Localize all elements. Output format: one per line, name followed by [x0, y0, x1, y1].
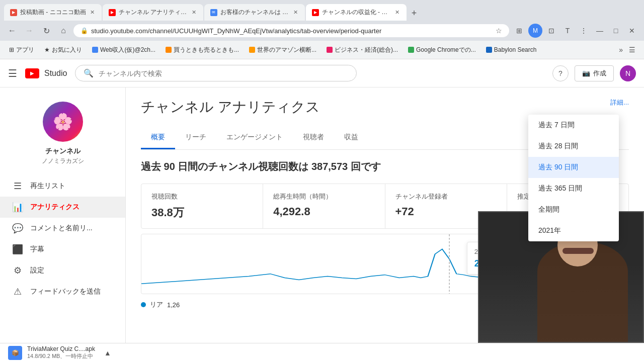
tab-gmail[interactable]: ✉ お客様のチャンネルは YouTube パー... ✕ — [204, 4, 305, 21]
favorites-icon: ★ — [44, 46, 50, 53]
bookmark-buy-sell[interactable]: 買うときも売るときも... — [162, 44, 243, 56]
translate-icon[interactable]: T — [560, 24, 575, 38]
bookmark-amazon[interactable]: 世界のアマゾン横断... — [245, 44, 320, 56]
bookmarks-overflow-button[interactable]: » — [619, 46, 623, 54]
create-button[interactable]: 📷 作成 — [575, 65, 614, 81]
metric-watchtime-label: 総再生時間（時間） — [273, 192, 374, 201]
search-box[interactable]: 🔍 — [75, 65, 357, 81]
yt-logo-icon — [25, 68, 39, 78]
dropdown-item-90days[interactable]: 過去 90 日間 — [528, 157, 619, 178]
reading-list-icon[interactable]: ☰ — [625, 43, 639, 57]
sidebar-label-comments: コメントと名前リ... — [30, 224, 93, 233]
more-icon[interactable]: ⋮ — [577, 24, 591, 38]
back-button[interactable]: ← — [5, 24, 19, 38]
metric-views-label: 視聴回数 — [151, 192, 253, 201]
tab-title-gmail: お客様のチャンネルは YouTube パー... — [220, 8, 289, 17]
dropdown-item-365days[interactable]: 過去 365 日間 — [528, 178, 619, 199]
minimize-button[interactable]: — — [593, 24, 607, 38]
search-icon: 🔍 — [84, 68, 94, 78]
yt-logo-text: Studio — [44, 69, 67, 77]
tab-reach[interactable]: リーチ — [175, 127, 216, 149]
metric-subscribers-label: チャンネル登録者 — [395, 192, 497, 201]
tab-title-niconico: 投稿動画 - ニコニコ動画 — [20, 8, 86, 17]
sidebar-label-analytics: アナリティクス — [30, 203, 79, 212]
omnibox-bar: ← → ↻ ⌂ 🔒 studio.youtube.com/channel/UCU… — [0, 21, 644, 41]
page-title: チャンネル アナリティクス — [141, 98, 629, 117]
download-bar: 📦 TriviaMaker Quiz C....apk 14.8/90.2 MB… — [0, 343, 644, 362]
tab-audience[interactable]: 視聴者 — [293, 127, 334, 149]
bookmarks-bar: ⊞ アプリ ★ お気に入り Web収入(仮)@2ch... 買うときも売るときも… — [0, 41, 644, 59]
search-input[interactable] — [99, 69, 348, 77]
help-button[interactable]: ? — [552, 65, 569, 81]
reach-label: リア — [150, 300, 163, 309]
new-tab-button[interactable]: + — [408, 6, 421, 21]
comments-icon: 💬 — [12, 223, 23, 234]
profile-icon[interactable]: M — [528, 24, 542, 38]
channel-info: 🌸 チャンネル ノノミラカズシ — [0, 92, 125, 175]
tab-close-studio[interactable]: ✕ — [394, 8, 400, 17]
tab-close-youtube2[interactable]: ✕ — [191, 8, 197, 17]
yt-header: ☰ Studio 🔍 ? 📷 作成 N — [0, 59, 644, 87]
dropdown-item-all-time[interactable]: 全期間 — [528, 199, 619, 220]
download-file-icon: 📦 — [12, 349, 19, 356]
metric-watchtime: 総再生時間（時間） 4,292.8 — [263, 184, 385, 228]
download-expand-button[interactable]: ▲ — [104, 349, 111, 357]
bookmark-business[interactable]: ビジネス・経済(総合)... — [323, 44, 402, 56]
bookmark-web-income[interactable]: Web収入(仮)@2ch... — [88, 44, 159, 56]
playlists-icon: ☰ — [12, 180, 23, 192]
tab-youtube-analytics[interactable]: ▶ チャンネル アナリティクス - YouTube ✕ — [103, 4, 203, 21]
maximize-button[interactable]: □ — [609, 24, 623, 38]
tab-revenue[interactable]: 収益 — [334, 127, 368, 149]
bookmark-chrome-icon — [408, 47, 414, 53]
bookmark-babylon-icon — [486, 47, 492, 53]
tab-favicon-gmail: ✉ — [210, 9, 217, 16]
sidebar-item-playlists[interactable]: ☰ 再生リスト — [0, 175, 125, 197]
bookmark-google-chrome[interactable]: Google Chromeでの... — [404, 44, 480, 56]
user-avatar[interactable]: N — [620, 65, 636, 81]
bookmark-favorites[interactable]: ★ お気に入り — [40, 44, 86, 56]
sidebar-item-analytics[interactable]: 📊 アナリティクス — [0, 197, 125, 218]
download-filename: TriviaMaker Quiz C....apk — [27, 345, 95, 352]
dropdown-item-7days[interactable]: 過去 7 日間 — [528, 115, 619, 136]
home-button[interactable]: ⌂ — [56, 24, 70, 38]
bookmark-web-income-label: Web収入(仮)@2ch... — [100, 46, 155, 54]
sidebar-item-settings[interactable]: ⚙ 設定 — [0, 260, 125, 281]
bookmark-babylon[interactable]: Babylon Search — [482, 45, 541, 55]
forward-button[interactable]: → — [22, 24, 36, 38]
dropdown-item-28days[interactable]: 過去 28 日間 — [528, 136, 619, 157]
sidebar-item-subtitles[interactable]: ⬛ 字幕 — [0, 239, 125, 260]
tab-close-gmail[interactable]: ✕ — [292, 8, 299, 17]
address-bar[interactable]: 🔒 studio.youtube.com/channel/UCUUHgWIT_D… — [73, 24, 509, 37]
bookmark-buy-sell-label: 買うときも売るときも... — [174, 46, 239, 54]
channel-name: チャンネル — [45, 147, 80, 156]
tab-engagement[interactable]: エンゲージメント — [216, 127, 293, 149]
sidebar-item-feedback[interactable]: ⚠ フィードバックを送信 — [0, 281, 125, 302]
hamburger-menu[interactable]: ☰ — [8, 67, 17, 79]
yt-logo[interactable]: Studio — [25, 68, 67, 78]
lock-icon: 🔒 — [80, 27, 88, 34]
bookmark-amazon-label: 世界のアマゾン横断... — [257, 46, 316, 54]
detail-link[interactable]: 詳細... — [610, 99, 629, 106]
bookmark-amazon-icon — [249, 47, 255, 53]
metric-watchtime-value: 4,292.8 — [273, 205, 374, 218]
close-browser-button[interactable]: ✕ — [625, 24, 639, 38]
extensions-button[interactable]: ⊞ — [512, 24, 526, 38]
cast-icon[interactable]: ⊡ — [544, 24, 558, 38]
tab-niconico[interactable]: ▶ 投稿動画 - ニコニコ動画 ✕ — [4, 4, 102, 21]
tab-close-niconico[interactable]: ✕ — [89, 8, 96, 17]
partial-value: 1,26 — [167, 301, 180, 309]
tab-favicon-youtube2: ▶ — [109, 9, 116, 16]
reload-button[interactable]: ↻ — [39, 24, 53, 38]
star-icon[interactable]: ☆ — [496, 27, 502, 35]
tab-title-youtube2: チャンネル アナリティクス - YouTube — [119, 8, 188, 17]
tab-overview[interactable]: 概要 — [141, 127, 175, 149]
metric-views-value: 38.8万 — [151, 205, 253, 220]
download-icon: 📦 — [8, 346, 22, 360]
bookmark-apps[interactable]: ⊞ アプリ — [5, 44, 38, 56]
feedback-icon: ⚠ — [12, 286, 23, 297]
subtitles-icon: ⬛ — [12, 244, 23, 255]
dropdown-item-2021[interactable]: 2021年 — [528, 220, 619, 241]
sidebar-item-comments[interactable]: 💬 コメントと名前リ... — [0, 218, 125, 239]
channel-handle: ノノミラカズシ — [42, 157, 84, 165]
tab-youtube-studio[interactable]: ▶ チャンネルの収益化 - YouTube Stu... ✕ — [306, 4, 407, 21]
